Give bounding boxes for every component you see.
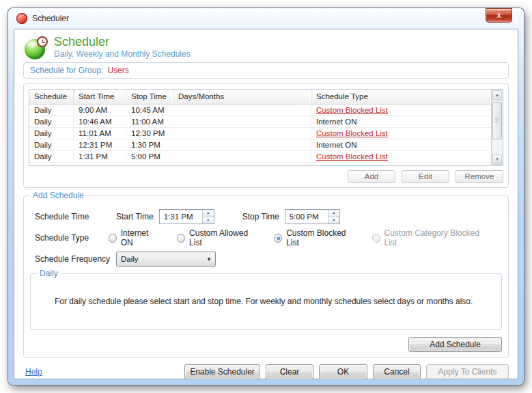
- group-value: Users: [107, 66, 128, 75]
- help-link[interactable]: Help: [25, 367, 42, 377]
- start-time-label: Start Time: [116, 212, 154, 221]
- cell-start-time: 9:00 AM: [74, 105, 126, 116]
- cell-stop-time: 12:30 PM: [126, 128, 173, 139]
- window-title: Scheduler: [32, 14, 69, 23]
- daily-legend: Daily: [37, 269, 61, 278]
- group-label: Schedule for Group:: [30, 66, 103, 75]
- spin-up-icon[interactable]: ▲: [203, 210, 214, 217]
- radio-label: Custom Category Blocked List: [384, 228, 484, 247]
- cell-schedule: Daily: [29, 151, 74, 162]
- clear-button[interactable]: Clear: [266, 364, 313, 379]
- cell-days-months: [173, 128, 311, 139]
- radio-selected-icon[interactable]: [274, 234, 282, 243]
- radio-label: Custom Blocked List: [286, 228, 353, 247]
- cell-schedule-type: Internet ON: [311, 116, 491, 127]
- schedule-for-group-bar: Schedule for Group: Users: [23, 62, 509, 79]
- col-schedule[interactable]: Schedule: [29, 90, 74, 104]
- schedule-frequency-label: Schedule Frequency: [30, 254, 116, 264]
- schedule-table[interactable]: Schedule Start Time Stop Time Days/Month…: [29, 90, 491, 165]
- cell-schedule-type-link[interactable]: Custom Blocked List: [311, 105, 491, 116]
- frequency-value: Daily: [117, 255, 203, 263]
- table-header-row: Schedule Start Time Stop Time Days/Month…: [29, 90, 491, 105]
- spin-down-icon[interactable]: ▼: [203, 217, 214, 224]
- cell-schedule: Daily: [29, 105, 74, 116]
- cell-schedule: Daily: [29, 139, 74, 150]
- col-start-time[interactable]: Start Time: [74, 90, 126, 104]
- start-time-spinner[interactable]: 1:31 PM ▲ ▼: [159, 209, 214, 224]
- scheduler-window: Scheduler x Scheduler Daily, Weekly and …: [8, 8, 524, 385]
- schedule-frequency-row: Schedule Frequency Daily ▼: [30, 252, 502, 267]
- dialog-content: Scheduler Daily, Weekly and Monthly Sche…: [14, 29, 518, 379]
- page-header: Scheduler Daily, Weekly and Monthly Sche…: [25, 35, 509, 59]
- schedule-table-panel: Schedule Start Time Stop Time Days/Month…: [23, 83, 509, 188]
- cell-stop-time: 11:00 AM: [126, 116, 173, 127]
- titlebar[interactable]: Scheduler x: [8, 8, 524, 29]
- app-icon: [16, 13, 27, 24]
- cell-days-months: [173, 116, 311, 127]
- col-schedule-type[interactable]: Schedule Type: [311, 90, 491, 104]
- cell-schedule-type: Internet ON: [311, 139, 491, 150]
- edit-button[interactable]: Edit: [402, 170, 449, 183]
- table-row[interactable]: Daily 10:46 AM 11:00 AM Internet ON: [29, 116, 491, 128]
- scroll-up-icon[interactable]: ▲: [492, 90, 502, 100]
- schedule-type-row: Schedule Type Internet ON Custom Allowed…: [30, 230, 502, 245]
- scroll-down-icon[interactable]: ▼: [492, 154, 502, 165]
- frequency-dropdown[interactable]: Daily ▼: [116, 252, 216, 267]
- vertical-scrollbar[interactable]: ▲ ▼: [491, 90, 503, 165]
- remove-button[interactable]: Remove: [456, 170, 503, 183]
- schedule-time-label: Schedule Time: [30, 212, 116, 221]
- cell-schedule-type-link[interactable]: Custom Blocked List: [311, 128, 491, 139]
- radio-custom-allowed-list[interactable]: Custom Allowed List: [177, 228, 255, 247]
- stop-time-label: Stop Time: [242, 212, 279, 221]
- cell-start-time: 1:31 PM: [74, 151, 126, 162]
- spin-down-icon[interactable]: ▼: [328, 217, 339, 224]
- radio-custom-category-blocked-list: Custom Category Blocked List: [372, 228, 484, 247]
- page-subtitle: Daily, Weekly and Monthly Schedules: [54, 49, 191, 59]
- ok-button[interactable]: OK: [319, 364, 367, 379]
- radio-icon[interactable]: [109, 234, 117, 243]
- add-schedule-button[interactable]: Add Schedule: [408, 337, 502, 352]
- close-icon[interactable]: x: [486, 8, 512, 23]
- daily-note-text: For daily schedule please select start a…: [55, 297, 501, 306]
- daily-groupbox: Daily For daily schedule please select s…: [30, 273, 502, 330]
- cell-start-time: 10:46 AM: [74, 116, 126, 127]
- apply-to-clients-button: Apply To Clients: [426, 364, 509, 379]
- chevron-down-icon[interactable]: ▼: [203, 256, 215, 262]
- stop-time-value[interactable]: 5:00 PM: [285, 210, 328, 223]
- spin-up-icon[interactable]: ▲: [328, 210, 339, 217]
- radio-disabled-icon: [372, 234, 380, 243]
- scrollbar-thumb[interactable]: [492, 102, 502, 139]
- cell-days-months: [173, 139, 311, 150]
- cell-stop-time: 10:45 AM: [126, 105, 173, 116]
- stop-time-spinner[interactable]: 5:00 PM ▲ ▼: [285, 209, 340, 224]
- radio-label: Custom Allowed List: [189, 228, 255, 247]
- radio-icon[interactable]: [177, 234, 185, 243]
- table-row[interactable]: Daily 12:31 PM 1:30 PM Internet ON: [29, 139, 491, 151]
- cell-start-time: 11:01 AM: [74, 128, 126, 139]
- desktop: Scheduler x Scheduler Daily, Weekly and …: [0, 0, 532, 393]
- col-stop-time[interactable]: Stop Time: [126, 90, 173, 104]
- cell-days-months: [173, 105, 311, 116]
- cell-schedule: Daily: [29, 128, 74, 139]
- table-row[interactable]: Daily 1:31 PM 5:00 PM Custom Blocked Lis…: [29, 151, 491, 163]
- cell-schedule: Daily: [29, 116, 74, 127]
- footer-bar: Help Enable Scheduler Clear OK Cancel Ap…: [23, 364, 509, 379]
- add-button[interactable]: Add: [348, 170, 395, 183]
- radio-internet-on[interactable]: Internet ON: [109, 228, 158, 247]
- cell-days-months: [173, 151, 311, 162]
- col-days-months[interactable]: Days/Months: [173, 90, 311, 104]
- schedule-time-row: Schedule Time Start Time 1:31 PM ▲ ▼ Sto…: [30, 209, 502, 224]
- cell-stop-time: 5:00 PM: [126, 151, 173, 162]
- enable-scheduler-button[interactable]: Enable Scheduler: [184, 364, 260, 379]
- scheduler-globe-clock-icon: [25, 36, 48, 59]
- cancel-button[interactable]: Cancel: [373, 364, 421, 379]
- radio-custom-blocked-list[interactable]: Custom Blocked List: [274, 228, 353, 247]
- schedule-type-label: Schedule Type: [30, 233, 109, 243]
- table-row[interactable]: Daily 9:00 AM 10:45 AM Custom Blocked Li…: [29, 105, 491, 116]
- add-schedule-groupbox: Add Schedule Schedule Time Start Time 1:…: [23, 195, 509, 358]
- scrollbar-track: [492, 140, 503, 154]
- table-row[interactable]: Daily 11:01 AM 12:30 PM Custom Blocked L…: [29, 128, 491, 139]
- start-time-value[interactable]: 1:31 PM: [160, 210, 202, 223]
- cell-start-time: 12:31 PM: [74, 139, 126, 150]
- cell-schedule-type-link[interactable]: Custom Blocked List: [311, 151, 491, 162]
